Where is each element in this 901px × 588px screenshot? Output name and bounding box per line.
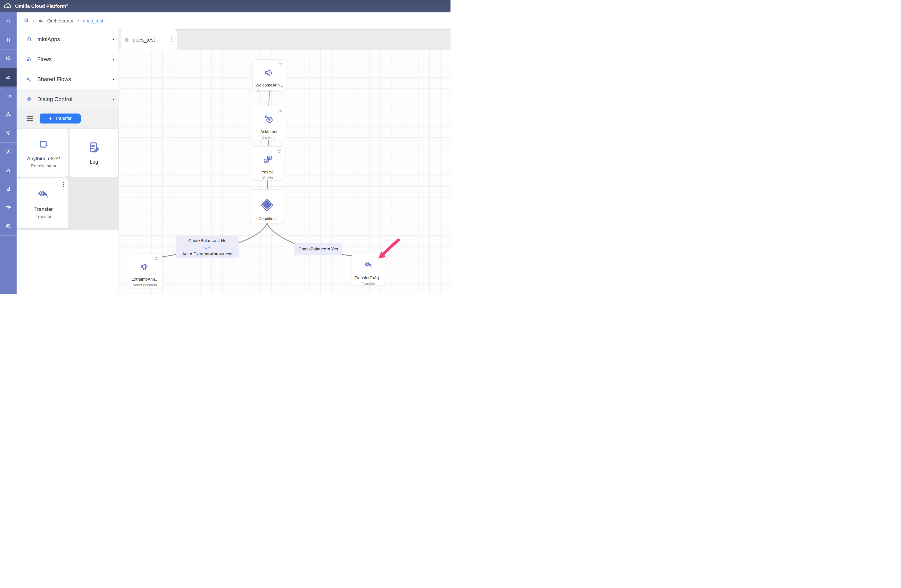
rail-item-insights[interactable] <box>0 124 17 143</box>
node-title: TransferToAg... <box>354 276 382 281</box>
edge-label-no-branch[interactable]: CheckBalance = No OR Ani = ExtraInfoAnno… <box>176 236 239 258</box>
orchestrator-icon <box>5 74 11 80</box>
rail-item-tools[interactable] <box>0 143 17 161</box>
tab-menu-icon[interactable] <box>170 36 173 43</box>
yesno-icon <box>262 154 273 166</box>
section-mini-apps[interactable]: miniApps ▲ <box>17 29 118 49</box>
collapse-caret-icon[interactable]: ▲ <box>112 78 115 81</box>
card-menu-icon[interactable] <box>62 181 65 188</box>
node-settings-icon[interactable] <box>278 62 284 68</box>
rail-item-products[interactable] <box>0 50 17 68</box>
share-icon <box>26 76 32 82</box>
node-extrainfo-announcement[interactable]: ExtraInfoAnn... Announcement <box>128 254 162 289</box>
tab-status-dot <box>125 38 128 42</box>
flow-canvas[interactable]: docs_test CheckBalance = No OR Ani = Ext… <box>119 29 450 294</box>
node-subtitle: Banking <box>262 136 276 140</box>
breadcrumb-current[interactable]: docs_test <box>83 18 103 23</box>
node-subtitle: Announcement <box>132 283 157 287</box>
rail-item-billing[interactable] <box>0 180 17 198</box>
section-flows[interactable]: Flows ▲ <box>17 49 118 69</box>
rail-item-team[interactable] <box>0 161 17 180</box>
condition-text: CheckBalance = No <box>188 237 226 244</box>
node-title: YesNo <box>262 170 273 175</box>
condition-diamond-icon <box>262 199 271 211</box>
node-settings-icon[interactable] <box>276 149 282 155</box>
node-settings-icon[interactable] <box>278 108 284 115</box>
card-title: Transfer <box>34 206 53 212</box>
section-label: Shared Flows <box>37 76 71 83</box>
palette-card-log[interactable]: Log <box>70 129 118 176</box>
node-title: WelcomeAnn... <box>256 83 283 87</box>
left-nav-rail <box>0 12 17 294</box>
intent-target-icon <box>263 114 274 125</box>
transfer-icon <box>363 260 374 271</box>
add-transfer-button[interactable]: + Transfer <box>40 114 81 123</box>
node-settings-icon[interactable] <box>154 256 159 262</box>
layers-icon <box>5 37 11 43</box>
home-breadcrumb-icon[interactable] <box>23 17 29 24</box>
node-title: AskIntent <box>260 129 277 134</box>
invoice-icon <box>5 186 11 192</box>
card-title: Anything else? <box>27 156 60 162</box>
or-operator: OR <box>204 244 211 251</box>
announcement-icon <box>264 67 274 79</box>
lightbulb-icon <box>5 130 11 136</box>
rail-item-conversations[interactable] <box>0 87 17 105</box>
section-dialog-control[interactable]: Dialog Control ▼ <box>17 89 118 109</box>
package-icon <box>5 56 11 62</box>
rail-item-compliance[interactable] <box>0 198 17 217</box>
scales-icon <box>5 204 11 211</box>
plus-icon: + <box>49 115 52 122</box>
node-subtitle: Transfer <box>362 282 375 286</box>
tab-label: docs_test <box>132 37 155 43</box>
hamburger-menu-icon[interactable] <box>26 116 33 121</box>
condition-text: CheckBalance = Yes <box>298 246 338 252</box>
node-transfer-to-agent[interactable]: TransferToAg... Transfer <box>352 252 385 285</box>
section-label: miniApps <box>37 36 60 42</box>
rail-item-mini-apps[interactable] <box>0 31 17 50</box>
tab-docs-test[interactable]: docs_test <box>120 29 177 50</box>
puzzle-icon <box>26 96 32 102</box>
collapse-caret-icon[interactable]: ▲ <box>112 38 115 41</box>
expand-caret-icon[interactable]: ▼ <box>112 98 115 101</box>
dialog-control-palette: Anything else? Re-ask intent Log Transfe… <box>17 128 118 230</box>
condition-text: Ani = ExtraInfoAnnounced <box>182 251 232 257</box>
transfer-icon <box>37 188 51 202</box>
rail-item-support[interactable] <box>0 217 17 236</box>
node-askintent[interactable]: AskIntent Banking <box>252 106 286 140</box>
clipped-card <box>17 178 19 228</box>
rail-item-orchestrator[interactable] <box>0 68 17 87</box>
app-title: Omilia Cloud Platform® <box>15 3 68 9</box>
edge-label-yes-branch[interactable]: CheckBalance = Yes <box>294 243 342 256</box>
network-icon <box>5 111 11 118</box>
tools-icon <box>5 149 11 155</box>
breadcrumb-section[interactable]: Orchestrator <box>47 18 74 23</box>
breadcrumb-chevron-icon: › <box>78 18 79 23</box>
palette-card-anything-else[interactable]: Anything else? Re-ask intent <box>19 129 68 176</box>
chat-banner-icon <box>5 93 11 99</box>
home-icon <box>5 19 11 25</box>
node-subtitle: Announcement <box>257 89 282 93</box>
breadcrumb-row: › Orchestrator › docs_test <box>17 12 450 29</box>
top-bar: Omilia Cloud Platform® <box>0 0 450 12</box>
node-yesno[interactable]: YesNo YesNo <box>251 147 284 181</box>
node-condition[interactable]: Condition <box>250 189 284 223</box>
node-subtitle: YesNo <box>262 176 273 180</box>
breadcrumb-chevron-icon: › <box>33 18 34 23</box>
orchestrator-breadcrumb-icon <box>38 18 44 24</box>
lifebuoy-icon <box>5 223 11 229</box>
palette-card-transfer[interactable]: Transfer Transfer <box>19 178 68 228</box>
node-title: Condition <box>259 216 276 221</box>
dialog-control-toolbar: + Transfer <box>17 109 118 128</box>
collapse-caret-icon[interactable]: ▲ <box>112 58 115 61</box>
flows-icon <box>26 56 32 62</box>
rail-item-network[interactable] <box>0 105 17 124</box>
card-subtitle: Re-ask intent <box>31 164 56 168</box>
repeat-icon <box>37 137 51 151</box>
rail-item-home[interactable] <box>0 12 17 31</box>
clipped-card <box>17 129 19 176</box>
node-welcome-announcement[interactable]: WelcomeAnn... Announcement <box>253 59 286 91</box>
section-shared-flows[interactable]: Shared Flows ▲ <box>17 69 118 89</box>
log-edit-icon <box>87 140 101 154</box>
announcement-icon <box>140 262 150 273</box>
